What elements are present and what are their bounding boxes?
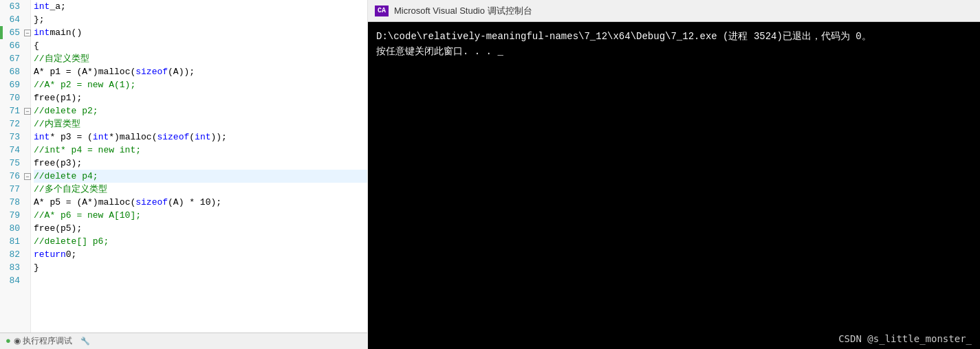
line-num: 76 — [0, 171, 24, 181]
code-token: int — [34, 26, 50, 39]
line-num: 77 — [0, 184, 24, 194]
code-token: free — [34, 222, 55, 235]
vs-icon-text: CA — [378, 7, 386, 14]
code-line: return 0; — [34, 248, 367, 261]
code-area: 636465−666768697071−7273747576−777879808… — [0, 0, 367, 333]
code-line: //delete p4; — [34, 170, 367, 183]
line-num: 83 — [0, 262, 24, 273]
code-line: free(p1); — [34, 91, 367, 104]
code-token: A* p5 = (A*) — [34, 196, 98, 209]
code-token: ( — [130, 65, 135, 78]
line-number-row: 67 — [0, 52, 30, 65]
code-token: * p3 = ( — [50, 131, 92, 144]
line-number-row: 68 — [0, 65, 30, 78]
code-token: { — [34, 39, 39, 52]
code-token: A* p1 = (A*) — [34, 65, 98, 78]
code-token: (A)); — [168, 65, 195, 78]
settings-icon[interactable]: 🔧 — [80, 337, 90, 346]
console-line-2: 按任意键关闭此窗口. . . _ — [376, 44, 972, 59]
code-token: )); — [211, 131, 227, 144]
line-num: 82 — [0, 249, 24, 260]
code-token: ( — [189, 131, 195, 144]
code-token: }; — [34, 13, 45, 26]
line-num: 80 — [0, 223, 24, 234]
line-num: 84 — [0, 275, 24, 286]
code-line: //A* p6 = new A[10]; — [34, 209, 367, 222]
fold-box[interactable]: − — [24, 173, 31, 180]
line-number-row: 65− — [0, 26, 30, 39]
code-line: //多个自定义类型 — [34, 183, 367, 196]
code-token: return — [34, 248, 66, 261]
code-token: //A* p2 = new A(1); — [34, 78, 135, 91]
console-body[interactable]: D:\code\relatively-meaningful-names\7_12… — [368, 22, 980, 328]
code-line: } — [34, 261, 367, 274]
code-line: free(p3); — [34, 157, 367, 170]
code-line: free(p5); — [34, 222, 367, 235]
line-number-row: 63 — [0, 0, 30, 13]
code-token: //delete[] p6; — [34, 235, 109, 248]
line-number-row: 80 — [0, 222, 30, 235]
code-line: //内置类型 — [34, 117, 367, 131]
code-line: int* p3 = (int*)malloc(sizeof(int)); — [34, 131, 367, 144]
fold-box[interactable]: − — [24, 30, 31, 36]
code-editor-panel: 636465−666768697071−7273747576−777879808… — [0, 0, 368, 349]
code-token: int — [34, 131, 50, 144]
code-token: int — [93, 131, 109, 144]
line-number-row: 83 — [0, 261, 30, 274]
code-token: sizeof — [157, 131, 189, 144]
line-number-row: 84 — [0, 274, 30, 287]
code-token: int — [34, 0, 50, 13]
code-line: //自定义类型 — [34, 52, 367, 65]
fold-box[interactable]: − — [24, 108, 31, 115]
line-number-row: 81 — [0, 235, 30, 248]
line-number-row: 69 — [0, 78, 30, 91]
line-num: 72 — [0, 119, 24, 129]
code-token: //A* p6 = new A[10]; — [34, 209, 141, 222]
code-line: int _a; — [34, 0, 367, 13]
code-line: //delete p2; — [34, 104, 367, 117]
code-token: malloc — [120, 131, 152, 144]
line-num: 68 — [0, 67, 24, 77]
line-num: 71 — [0, 106, 24, 116]
code-token: free — [34, 157, 55, 170]
console-footer: CSDN @s_little_monster_ — [368, 328, 980, 349]
fold-indicator[interactable]: − — [24, 108, 31, 115]
code-token: ( — [130, 196, 135, 209]
status-debug-label: ◉ 执行程序调试 — [14, 335, 72, 347]
status-debug: ● ◉ 执行程序调试 — [6, 335, 72, 347]
line-num: 74 — [0, 145, 24, 155]
code-token: //自定义类型 — [34, 52, 89, 65]
code-line: { — [34, 39, 367, 52]
code-token: *) — [109, 131, 120, 144]
code-token: //delete p4; — [34, 170, 98, 183]
code-token: sizeof — [135, 65, 168, 78]
line-number-row: 70 — [0, 91, 30, 104]
line-number-row: 66 — [0, 39, 30, 52]
code-token: } — [34, 261, 39, 274]
code-token: (A) * 10); — [168, 196, 221, 209]
line-number-row: 64 — [0, 13, 30, 26]
line-number-row: 76− — [0, 170, 30, 183]
line-num: 79 — [0, 210, 24, 221]
fold-indicator[interactable]: − — [24, 30, 31, 36]
line-number-row: 82 — [0, 248, 30, 261]
code-line: //delete[] p6; — [34, 235, 367, 248]
code-token: malloc — [98, 196, 131, 209]
code-token: (p5); — [55, 222, 82, 235]
line-num: 70 — [0, 93, 24, 103]
line-number-row: 77 — [0, 183, 30, 196]
line-number-row: 78 — [0, 196, 30, 209]
watermark-text: CSDN @s_little_monster_ — [838, 333, 972, 344]
code-token: //内置类型 — [34, 117, 80, 131]
vs-icon: CA — [375, 5, 389, 16]
fold-indicator[interactable]: − — [24, 173, 31, 180]
line-num: 75 — [0, 158, 24, 168]
line-numbers: 636465−666768697071−7273747576−777879808… — [0, 0, 31, 333]
line-number-row: 74 — [0, 144, 30, 157]
line-number-row: 79 — [0, 209, 30, 222]
line-num: 64 — [0, 14, 24, 25]
code-token: free — [34, 91, 55, 104]
line-num: 63 — [0, 1, 24, 12]
line-num: 78 — [0, 197, 24, 207]
line-number-row: 73 — [0, 131, 30, 144]
